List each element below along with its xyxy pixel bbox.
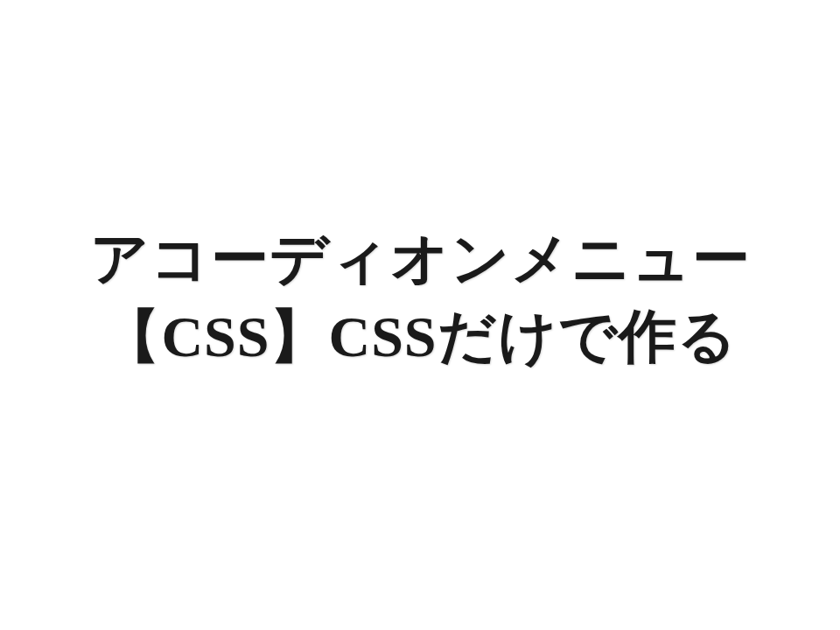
title-line-1: アコーディオンメニュー (90, 220, 751, 298)
title-container: アコーディオンメニュー 【CSS】CSSだけで作る (90, 220, 751, 375)
title-line-2: 【CSS】CSSだけで作る (90, 298, 751, 375)
